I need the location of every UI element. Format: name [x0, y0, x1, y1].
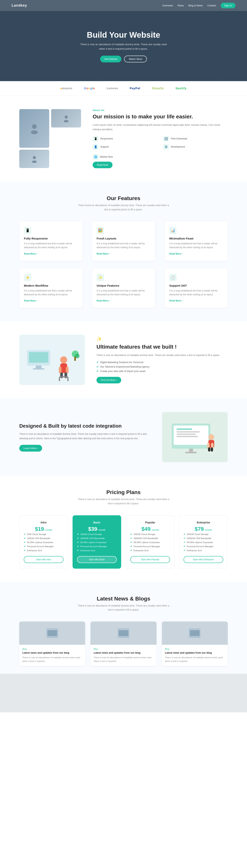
pricing-plan-name: Basic: [77, 521, 117, 524]
pricing-feature-text: 2000GB CDN Bandwidth: [134, 537, 158, 539]
pricing-plan-button[interactable]: Start with Basic: [77, 556, 117, 563]
features-title: Our Features: [19, 195, 228, 202]
news-card-1: Blog Latest news and updates from our bl…: [19, 622, 85, 666]
feature-card-desc: It is a long established text that a rea…: [97, 289, 150, 297]
about-content: About Us Our mission is to make your lif…: [93, 109, 228, 168]
nav-link-contact[interactable]: Contact: [207, 4, 216, 7]
support-icon: 👤: [93, 144, 98, 150]
pricing-feature: ✔5GB Cloud Storage: [24, 533, 64, 536]
about-images: [19, 109, 81, 168]
check-icon: ✔: [97, 361, 99, 364]
ultimate-list-text: Our Tailored & Experienced Marketing Age…: [100, 366, 149, 368]
pricing-feature: ✔Enterprise SLA: [77, 549, 117, 552]
feature-read-link[interactable]: Read More ›: [24, 299, 37, 302]
get-started-button[interactable]: Get Started: [100, 56, 121, 62]
pricing-plan-period: / month: [44, 528, 52, 531]
svg-rect-27: [177, 436, 198, 437]
pricing-feature-text: 1000GB CDN Bandwidth: [80, 537, 105, 539]
feature-card-icon: 🕐: [169, 274, 177, 281]
feature-card-fresh-layouts: 🖼️ Fresh Layouts It is a long establishe…: [92, 221, 155, 261]
pricing-feature-text: 100GB Cloud Storage: [80, 533, 102, 535]
svg-rect-28: [189, 449, 193, 452]
news-card-tag: Blog: [94, 648, 153, 650]
feature-card-desc: It is a long established text that a rea…: [24, 289, 78, 297]
pricing-check-icon: ✔: [183, 545, 185, 548]
pricing-check-icon: ✔: [130, 537, 132, 540]
ultimate-content: ✨ Ultimate features that we built ! Ther…: [97, 337, 228, 383]
ultimate-illustration: [19, 335, 85, 385]
feature-card-icon: 🖼️: [97, 227, 104, 234]
brand-amazon: amazon: [60, 87, 72, 90]
read-now-button[interactable]: Read Now!: [93, 162, 112, 168]
pricing-plan-button[interactable]: Start with Enterprise: [183, 556, 223, 563]
nav-link-blog[interactable]: Blog & News: [188, 4, 203, 7]
pricing-features-list: ✔200GB Cloud Storage✔2000GB CDN Bandwidt…: [130, 533, 170, 552]
news-card-image: [91, 622, 156, 645]
market-now-label: Market Now: [100, 155, 113, 158]
pricing-feature: ✔Enterprise SLA: [24, 549, 64, 552]
pricing-card-popular: Popular $49/ month ✔200GB Cloud Storage✔…: [126, 515, 174, 569]
pricing-feature-text: Enterprise SLA: [134, 549, 148, 552]
svg-point-1: [31, 130, 38, 134]
nav-links: Overview Plans Blog & News Contact Sign …: [163, 3, 236, 8]
ultimate-list-text: Digital Marketing Solutions for Tomorrow: [100, 361, 143, 364]
pricing-feature: ✔1000GB CDN Bandwidth: [77, 537, 117, 540]
ultimate-title: Ultimate features that we built !: [97, 343, 228, 350]
news-card-desc: There is now an abundance of readable du…: [94, 656, 153, 663]
brand-google: Google: [84, 87, 95, 90]
integration-content: Designed & Built by latest code integrat…: [19, 423, 150, 452]
pricing-card-intro: Intro $19/ month ✔5GB Cloud Storage✔200G…: [19, 515, 68, 569]
pricing-plan-name: Intro: [24, 521, 64, 524]
pricing-feature-text: Enterprise SLA: [27, 549, 42, 552]
pricing-plan-period: / month: [204, 528, 212, 531]
pricing-card-basic: Basic $39/ month ✔100GB Cloud Storage✔10…: [73, 515, 121, 569]
download-icon: ⬇️: [163, 136, 169, 142]
feature-read-link[interactable]: Read More ›: [97, 252, 110, 255]
ultimate-list-item: ✔Digital Marketing Solutions for Tomorro…: [97, 361, 228, 364]
hero-title: Build Your Website: [77, 30, 170, 40]
svg-rect-39: [119, 630, 128, 636]
findout-button[interactable]: Find Out More ›: [97, 377, 121, 383]
news-card-tag: Blog: [165, 648, 224, 650]
pricing-feature-text: Enterprise SLA: [80, 549, 95, 552]
feature-read-link[interactable]: Read More ›: [97, 299, 110, 302]
nav-signin-button[interactable]: Sign In: [221, 3, 236, 8]
pricing-feature-text: Personal Account Manager: [27, 545, 54, 548]
integration-section: Designed & Built by latest code integrat…: [0, 399, 247, 476]
about-feature-dev: ⚙️ Development: [163, 144, 228, 150]
feature-read-link[interactable]: Read More ›: [169, 252, 182, 255]
nav-link-plans[interactable]: Plans: [178, 4, 184, 7]
ultimate-list: ✔Digital Marketing Solutions for Tomorro…: [97, 361, 228, 373]
feature-read-link[interactable]: Read More ›: [24, 252, 37, 255]
pricing-plan-button[interactable]: Start with Intro: [24, 556, 64, 563]
pricing-feature-text: Personal Account Manager: [134, 545, 160, 548]
news-card-title: Latest news and updates from our blog: [94, 651, 153, 654]
svg-rect-37: [47, 630, 57, 636]
pricing-feature: ✔200GB Cloud Storage: [130, 533, 170, 536]
pricing-plan-price: $39/ month: [77, 526, 117, 532]
check-icon: ✔: [97, 365, 99, 368]
news-card-body: Blog Latest news and updates from our bl…: [19, 645, 85, 666]
feature-card-fully-responsive: 📱 Fully Responsive It is a long establis…: [19, 221, 82, 261]
feature-card-title: Fresh Layouts: [97, 237, 150, 240]
hero-content: Build Your Website There is now an abund…: [77, 30, 170, 62]
svg-rect-35: [211, 447, 213, 452]
pricing-plan-period: / month: [97, 528, 106, 531]
about-image-1: [19, 109, 49, 148]
feature-read-link[interactable]: Read More ›: [169, 299, 182, 302]
pricing-header: Pricing Plans There is now an abundance …: [19, 489, 228, 506]
pricing-card-enterprise: Enterprise $79/ month ✔500GB Cloud Stora…: [179, 515, 228, 569]
market-icon: 🌐: [93, 154, 98, 160]
pricing-plan-price: $79/ month: [183, 526, 223, 532]
about-title: Our mission is to make your life easier.: [93, 113, 228, 120]
learn-more-button[interactable]: Learn More ›: [19, 445, 42, 452]
pricing-plan-button[interactable]: Start with Popular: [130, 556, 170, 563]
watch-more-button[interactable]: Watch More: [124, 56, 147, 62]
pricing-plan-name: Popular: [130, 521, 170, 524]
hero-description: There is now an abundance of readable du…: [77, 42, 170, 51]
svg-point-2: [65, 116, 68, 119]
nav-link-overview[interactable]: Overview: [163, 4, 173, 7]
pricing-feature-text: Personal Account Manager: [80, 545, 107, 548]
svg-point-30: [208, 434, 214, 440]
ultimate-icon: ✨: [97, 337, 228, 341]
